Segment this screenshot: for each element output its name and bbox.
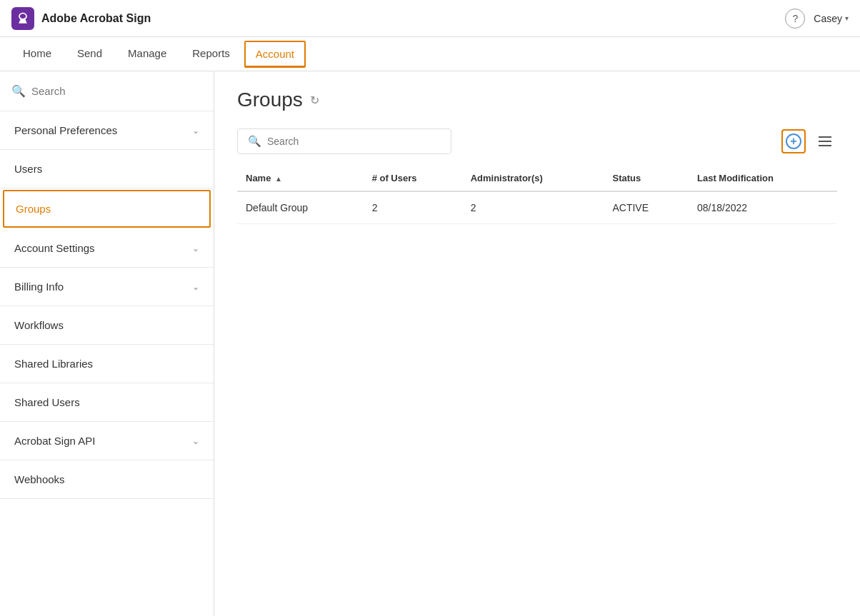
sidebar-item-workflows[interactable]: Workflows	[0, 306, 214, 345]
main-layout: 🔍 Personal Preferences ⌄ Users Groups Ac…	[0, 71, 860, 616]
cell-name: Default Group	[237, 191, 364, 224]
nav-item-reports[interactable]: Reports	[181, 39, 241, 70]
sidebar-search[interactable]: 🔍	[0, 71, 214, 111]
sidebar-item-label: Account Settings	[14, 242, 95, 254]
sidebar-item-label: Acrobat Sign API	[14, 435, 95, 447]
sidebar-item-personal-preferences[interactable]: Personal Preferences ⌄	[0, 111, 214, 150]
table-body: Default Group 2 2 ACTIVE 08/18/2022	[237, 191, 837, 224]
app-name: Adobe Acrobat Sign	[41, 12, 151, 25]
nav-item-manage[interactable]: Manage	[116, 39, 178, 70]
cell-administrators: 2	[462, 191, 604, 224]
chevron-down-icon: ⌄	[192, 436, 199, 446]
chevron-down-icon: ⌄	[192, 126, 199, 136]
content-toolbar: 🔍 +	[237, 128, 837, 154]
cell-status: ACTIVE	[604, 191, 689, 224]
sidebar-item-groups[interactable]: Groups	[3, 190, 211, 228]
sidebar-item-label: Workflows	[14, 319, 64, 331]
cell-num-users: 2	[364, 191, 462, 224]
user-menu[interactable]: Casey ▾	[814, 13, 849, 24]
nav-items: Home Send Manage Reports Account	[11, 39, 306, 69]
sort-asc-icon: ▲	[275, 175, 282, 183]
col-header-num-users: # of Users	[364, 166, 462, 191]
content-search-input[interactable]	[267, 136, 441, 147]
sidebar: 🔍 Personal Preferences ⌄ Users Groups Ac…	[0, 71, 214, 616]
cell-last-modification: 08/18/2022	[689, 191, 837, 224]
menu-button[interactable]	[813, 129, 837, 153]
nav-bar: Home Send Manage Reports Account	[0, 37, 860, 71]
search-icon: 🔍	[248, 135, 261, 148]
sidebar-item-label: Billing Info	[14, 281, 64, 293]
sidebar-item-shared-users[interactable]: Shared Users	[0, 383, 214, 422]
nav-item-home[interactable]: Home	[11, 39, 63, 70]
plus-circle-icon: +	[786, 133, 801, 149]
nav-item-send[interactable]: Send	[66, 39, 114, 70]
content-search-box[interactable]: 🔍	[237, 128, 451, 154]
col-header-status: Status	[604, 166, 689, 191]
sidebar-item-billing-info[interactable]: Billing Info ⌄	[0, 268, 214, 306]
col-header-administrators: Administrator(s)	[462, 166, 604, 191]
search-icon: 🔍	[11, 84, 26, 98]
sidebar-item-webhooks[interactable]: Webhooks	[0, 460, 214, 499]
app-logo	[11, 7, 34, 30]
chevron-down-icon: ⌄	[192, 282, 199, 292]
page-title: Groups	[237, 89, 303, 111]
help-icon: ?	[792, 13, 798, 24]
top-bar-right: ? Casey ▾	[785, 9, 849, 29]
hamburger-icon	[819, 136, 831, 146]
sidebar-item-shared-libraries[interactable]: Shared Libraries	[0, 345, 214, 383]
sidebar-item-label: Shared Libraries	[14, 358, 93, 370]
col-header-name[interactable]: Name ▲	[237, 166, 364, 191]
groups-table: Name ▲ # of Users Administrator(s) Statu…	[237, 166, 837, 224]
add-group-button[interactable]: +	[781, 129, 806, 153]
content-area: Groups ↻ 🔍 +	[214, 71, 860, 616]
acrobat-logo-icon	[16, 11, 30, 26]
sidebar-item-acrobat-sign-api[interactable]: Acrobat Sign API ⌄	[0, 422, 214, 460]
sidebar-item-label: Webhooks	[14, 473, 65, 485]
user-name: Casey	[814, 13, 842, 24]
sidebar-item-label: Users	[14, 163, 42, 175]
refresh-icon[interactable]: ↻	[310, 94, 319, 107]
sidebar-item-label: Shared Users	[14, 396, 80, 408]
page-title-row: Groups ↻	[237, 89, 837, 111]
table-header: Name ▲ # of Users Administrator(s) Statu…	[237, 166, 837, 191]
chevron-down-icon: ⌄	[192, 243, 199, 253]
table-row[interactable]: Default Group 2 2 ACTIVE 08/18/2022	[237, 191, 837, 224]
nav-item-account[interactable]: Account	[244, 41, 306, 68]
chevron-down-icon: ▾	[845, 14, 849, 22]
col-header-last-modification: Last Modification	[689, 166, 837, 191]
sidebar-item-label: Groups	[16, 203, 51, 215]
top-bar: Adobe Acrobat Sign ? Casey ▾	[0, 0, 860, 37]
toolbar-actions: +	[781, 129, 837, 153]
help-button[interactable]: ?	[785, 9, 805, 29]
sidebar-search-input[interactable]	[31, 85, 202, 97]
sidebar-item-account-settings[interactable]: Account Settings ⌄	[0, 229, 214, 268]
sidebar-item-users[interactable]: Users	[0, 150, 214, 188]
sidebar-item-label: Personal Preferences	[14, 124, 117, 136]
app-branding: Adobe Acrobat Sign	[11, 7, 151, 30]
